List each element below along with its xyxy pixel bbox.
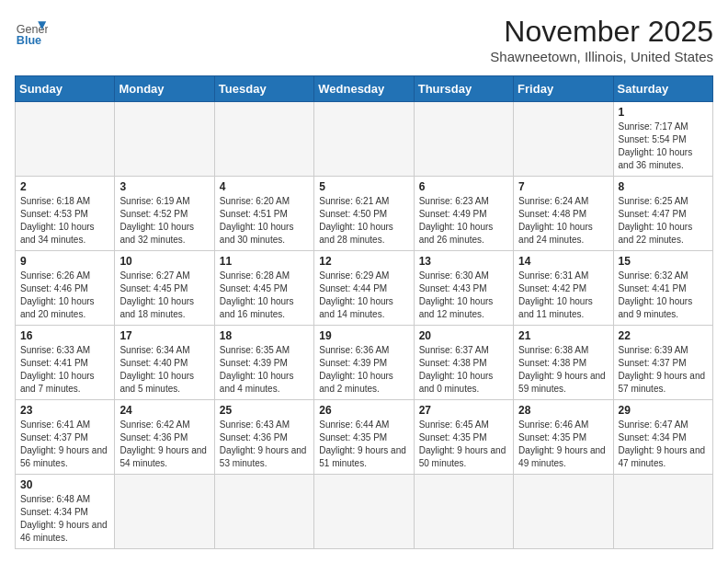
calendar-cell: 18Sunrise: 6:35 AM Sunset: 4:39 PM Dayli…	[214, 326, 313, 400]
day-info: Sunrise: 6:44 AM Sunset: 4:35 PM Dayligh…	[319, 419, 408, 470]
calendar-cell: 9Sunrise: 6:26 AM Sunset: 4:46 PM Daylig…	[16, 251, 115, 326]
calendar-cell: 24Sunrise: 6:42 AM Sunset: 4:36 PM Dayli…	[115, 400, 214, 475]
calendar-cell: 7Sunrise: 6:24 AM Sunset: 4:48 PM Daylig…	[514, 177, 613, 251]
calendar-cell	[115, 102, 214, 177]
day-number: 10	[119, 255, 209, 268]
day-number: 7	[518, 180, 608, 193]
calendar-cell: 16Sunrise: 6:33 AM Sunset: 4:41 PM Dayli…	[16, 326, 115, 400]
day-number: 20	[419, 329, 508, 342]
calendar-cell: 30Sunrise: 6:48 AM Sunset: 4:34 PM Dayli…	[16, 475, 115, 549]
calendar-cell	[414, 475, 513, 549]
day-info: Sunrise: 6:36 AM Sunset: 4:39 PM Dayligh…	[319, 344, 408, 396]
day-number: 26	[319, 404, 408, 417]
day-number: 27	[419, 404, 508, 417]
day-number: 4	[220, 180, 309, 193]
calendar-header: SundayMondayTuesdayWednesdayThursdayFrid…	[16, 76, 713, 102]
day-number: 12	[319, 255, 408, 268]
calendar-cell: 3Sunrise: 6:19 AM Sunset: 4:52 PM Daylig…	[115, 177, 214, 251]
calendar-cell	[613, 475, 712, 549]
calendar-cell: 8Sunrise: 6:25 AM Sunset: 4:47 PM Daylig…	[613, 177, 712, 251]
day-info: Sunrise: 6:32 AM Sunset: 4:41 PM Dayligh…	[619, 270, 708, 321]
calendar-cell: 19Sunrise: 6:36 AM Sunset: 4:39 PM Dayli…	[314, 326, 414, 400]
calendar-cell: 17Sunrise: 6:34 AM Sunset: 4:40 PM Dayli…	[115, 326, 214, 400]
day-number: 28	[518, 404, 608, 417]
calendar-cell	[115, 475, 214, 549]
day-info: Sunrise: 6:39 AM Sunset: 4:37 PM Dayligh…	[619, 344, 708, 396]
logo-icon: General Blue	[15, 15, 48, 48]
day-info: Sunrise: 6:38 AM Sunset: 4:38 PM Dayligh…	[518, 344, 608, 396]
calendar-cell: 14Sunrise: 6:31 AM Sunset: 4:42 PM Dayli…	[514, 251, 613, 326]
day-info: Sunrise: 6:41 AM Sunset: 4:37 PM Dayligh…	[20, 419, 109, 470]
weekday-saturday: Saturday	[613, 76, 712, 102]
weekday-sunday: Sunday	[16, 76, 115, 102]
logo: General Blue	[15, 15, 48, 48]
day-number: 2	[20, 180, 109, 193]
day-number: 8	[619, 180, 708, 193]
weekday-monday: Monday	[115, 76, 214, 102]
calendar-cell: 22Sunrise: 6:39 AM Sunset: 4:37 PM Dayli…	[613, 326, 712, 400]
calendar-cell	[214, 102, 313, 177]
calendar-cell: 12Sunrise: 6:29 AM Sunset: 4:44 PM Dayli…	[314, 251, 414, 326]
day-info: Sunrise: 6:18 AM Sunset: 4:53 PM Dayligh…	[20, 195, 109, 247]
calendar-cell: 23Sunrise: 6:41 AM Sunset: 4:37 PM Dayli…	[16, 400, 115, 475]
calendar-cell: 6Sunrise: 6:23 AM Sunset: 4:49 PM Daylig…	[414, 177, 513, 251]
day-info: Sunrise: 6:42 AM Sunset: 4:36 PM Dayligh…	[119, 419, 209, 470]
day-number: 18	[220, 329, 309, 342]
day-number: 22	[619, 329, 708, 342]
day-info: Sunrise: 6:20 AM Sunset: 4:51 PM Dayligh…	[220, 195, 309, 247]
calendar-week-3: 16Sunrise: 6:33 AM Sunset: 4:41 PM Dayli…	[16, 326, 713, 400]
day-info: Sunrise: 6:23 AM Sunset: 4:49 PM Dayligh…	[419, 195, 508, 247]
day-info: Sunrise: 6:31 AM Sunset: 4:42 PM Dayligh…	[518, 270, 608, 321]
calendar-cell: 11Sunrise: 6:28 AM Sunset: 4:45 PM Dayli…	[214, 251, 313, 326]
calendar-cell: 15Sunrise: 6:32 AM Sunset: 4:41 PM Dayli…	[613, 251, 712, 326]
day-info: Sunrise: 6:27 AM Sunset: 4:45 PM Dayligh…	[119, 270, 209, 321]
day-number: 24	[119, 404, 209, 417]
day-info: Sunrise: 6:46 AM Sunset: 4:35 PM Dayligh…	[518, 419, 608, 470]
calendar-week-1: 2Sunrise: 6:18 AM Sunset: 4:53 PM Daylig…	[16, 177, 713, 251]
calendar-cell: 4Sunrise: 6:20 AM Sunset: 4:51 PM Daylig…	[214, 177, 313, 251]
day-number: 25	[220, 404, 309, 417]
day-number: 9	[20, 255, 109, 268]
calendar-table: SundayMondayTuesdayWednesdayThursdayFrid…	[15, 75, 713, 549]
calendar-cell	[414, 102, 513, 177]
day-info: Sunrise: 6:45 AM Sunset: 4:35 PM Dayligh…	[419, 419, 508, 470]
calendar-cell: 10Sunrise: 6:27 AM Sunset: 4:45 PM Dayli…	[115, 251, 214, 326]
calendar-cell: 27Sunrise: 6:45 AM Sunset: 4:35 PM Dayli…	[414, 400, 513, 475]
day-info: Sunrise: 6:30 AM Sunset: 4:43 PM Dayligh…	[419, 270, 508, 321]
weekday-friday: Friday	[514, 76, 613, 102]
day-info: Sunrise: 6:43 AM Sunset: 4:36 PM Dayligh…	[220, 419, 309, 470]
calendar-cell: 5Sunrise: 6:21 AM Sunset: 4:50 PM Daylig…	[314, 177, 414, 251]
day-number: 15	[619, 255, 708, 268]
day-info: Sunrise: 6:47 AM Sunset: 4:34 PM Dayligh…	[619, 419, 708, 470]
calendar-week-2: 9Sunrise: 6:26 AM Sunset: 4:46 PM Daylig…	[16, 251, 713, 326]
day-info: Sunrise: 6:37 AM Sunset: 4:38 PM Dayligh…	[419, 344, 508, 396]
calendar-cell	[314, 102, 414, 177]
calendar-cell: 28Sunrise: 6:46 AM Sunset: 4:35 PM Dayli…	[514, 400, 613, 475]
weekday-tuesday: Tuesday	[214, 76, 313, 102]
day-number: 19	[319, 329, 408, 342]
calendar-cell: 25Sunrise: 6:43 AM Sunset: 4:36 PM Dayli…	[214, 400, 313, 475]
svg-text:Blue: Blue	[17, 34, 41, 47]
calendar-cell: 29Sunrise: 6:47 AM Sunset: 4:34 PM Dayli…	[613, 400, 712, 475]
day-info: Sunrise: 6:26 AM Sunset: 4:46 PM Dayligh…	[20, 270, 109, 321]
day-number: 17	[119, 329, 209, 342]
day-number: 5	[319, 180, 408, 193]
calendar-cell: 26Sunrise: 6:44 AM Sunset: 4:35 PM Dayli…	[314, 400, 414, 475]
day-number: 13	[419, 255, 508, 268]
calendar-body: 1Sunrise: 7:17 AM Sunset: 5:54 PM Daylig…	[16, 102, 713, 549]
calendar-cell: 1Sunrise: 7:17 AM Sunset: 5:54 PM Daylig…	[613, 102, 712, 177]
day-info: Sunrise: 6:35 AM Sunset: 4:39 PM Dayligh…	[220, 344, 309, 396]
day-number: 29	[619, 404, 708, 417]
weekday-wednesday: Wednesday	[314, 76, 414, 102]
day-number: 14	[518, 255, 608, 268]
title-area: November 2025 Shawneetown, Illinois, Uni…	[490, 15, 713, 64]
location-subtitle: Shawneetown, Illinois, United States	[490, 49, 713, 64]
day-info: Sunrise: 6:24 AM Sunset: 4:48 PM Dayligh…	[518, 195, 608, 247]
day-info: Sunrise: 6:34 AM Sunset: 4:40 PM Dayligh…	[119, 344, 209, 396]
day-number: 16	[20, 329, 109, 342]
day-number: 21	[518, 329, 608, 342]
day-info: Sunrise: 7:17 AM Sunset: 5:54 PM Dayligh…	[619, 121, 708, 172]
calendar-cell: 21Sunrise: 6:38 AM Sunset: 4:38 PM Dayli…	[514, 326, 613, 400]
weekday-header-row: SundayMondayTuesdayWednesdayThursdayFrid…	[16, 76, 713, 102]
day-number: 11	[220, 255, 309, 268]
